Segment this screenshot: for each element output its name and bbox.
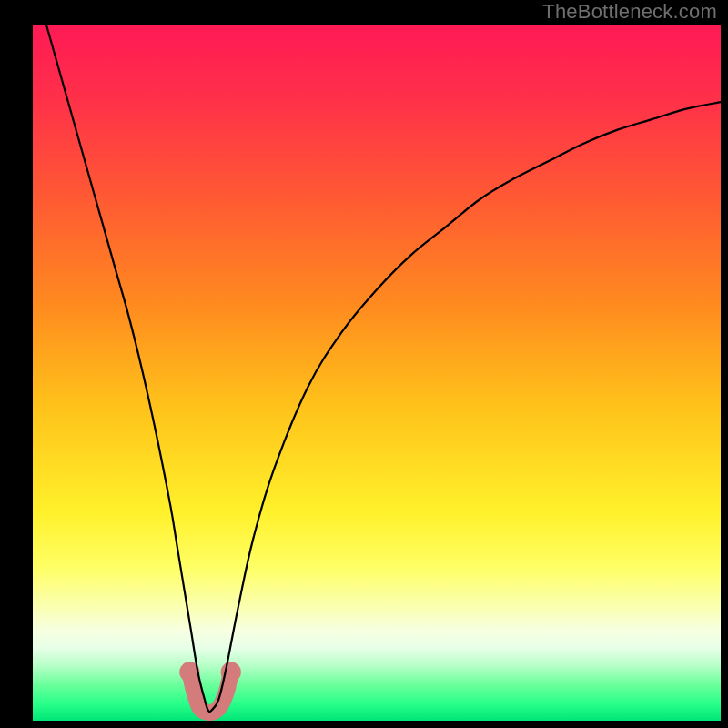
chart-svg (33, 25, 721, 721)
chart-frame: TheBottleneck.com (0, 0, 728, 728)
plot-area (33, 25, 721, 721)
watermark-text: TheBottleneck.com (542, 0, 717, 24)
